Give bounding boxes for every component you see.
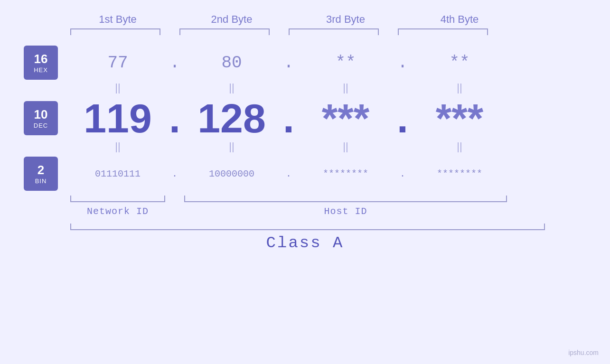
hex-dot1: . — [165, 53, 184, 73]
byte2-header: 2nd Byte — [184, 13, 279, 26]
bin-badge: 2 BIN — [24, 157, 58, 191]
bin-byte4: ******** — [412, 168, 507, 179]
eq1-1: || — [70, 82, 165, 94]
class-a-row: Class A — [0, 234, 610, 252]
eq2-3: || — [298, 140, 393, 153]
hex-byte4: ** — [412, 53, 507, 73]
byte4-header: 4th Byte — [412, 13, 507, 26]
bracket-network-id — [70, 196, 165, 202]
bracket-host-id — [184, 196, 507, 202]
hex-dot2: . — [279, 53, 298, 73]
watermark: ipshu.com — [568, 349, 599, 356]
bin-dot1: . — [165, 168, 184, 179]
dec-row: 10 DEC 119 . 128 . *** . *** — [0, 98, 610, 139]
bin-byte1: 01110111 — [70, 168, 165, 179]
bottom-brackets-row — [0, 196, 610, 202]
hex-badge-num: 16 — [34, 52, 48, 66]
equals-row-2: || || || || — [0, 140, 610, 153]
byte-headers-row: 1st Byte 2nd Byte 3rd Byte 4th Byte — [0, 0, 610, 26]
hex-byte1: 77 — [70, 53, 165, 73]
hex-badge: 16 HEX — [24, 46, 58, 80]
bracket-byte4-top — [398, 28, 488, 35]
dec-badge-label: DEC — [34, 122, 48, 129]
dec-dot3: . — [393, 98, 412, 139]
host-id-label: Host ID — [184, 206, 507, 217]
byte1-header: 1st Byte — [70, 13, 165, 26]
dec-byte4: *** — [412, 98, 507, 139]
bin-row: 2 BIN 01110111 . 10000000 . ******** . *… — [0, 157, 610, 191]
top-brackets-row — [0, 28, 610, 35]
bracket-class-a — [70, 224, 545, 230]
bin-dot3: . — [393, 168, 412, 179]
equals-row-1: || || || || — [0, 82, 610, 94]
dec-badge: 10 DEC — [24, 101, 58, 135]
dec-dot1: . — [165, 98, 184, 139]
bin-badge-label: BIN — [35, 177, 47, 185]
hex-byte2: 80 — [184, 53, 279, 73]
bin-byte2: 10000000 — [184, 168, 279, 179]
eq2-4: || — [412, 140, 507, 153]
bracket-byte2-top — [179, 28, 270, 35]
eq1-4: || — [412, 82, 507, 94]
eq2-1: || — [70, 140, 165, 153]
network-id-label: Network ID — [70, 206, 165, 217]
byte3-header: 3rd Byte — [298, 13, 393, 26]
eq1-3: || — [298, 82, 393, 94]
bracket-byte3-top — [289, 28, 379, 35]
bin-dot2: . — [279, 168, 298, 179]
id-labels-row: Network ID Host ID — [0, 206, 610, 217]
class-bracket-row — [0, 224, 610, 230]
eq2-2: || — [184, 140, 279, 153]
hex-badge-label: HEX — [34, 66, 48, 74]
bracket-byte1-top — [70, 28, 160, 35]
main-layout: 1st Byte 2nd Byte 3rd Byte 4th Byte 16 H… — [0, 0, 610, 364]
dec-byte1: 119 — [70, 98, 165, 139]
hex-dot3: . — [393, 53, 412, 73]
bin-badge-num: 2 — [38, 163, 44, 177]
dec-byte3: *** — [298, 98, 393, 139]
dec-badge-num: 10 — [34, 107, 48, 122]
bin-byte3: ******** — [298, 168, 393, 179]
dec-dot2: . — [279, 98, 298, 139]
eq1-2: || — [184, 82, 279, 94]
dec-byte2: 128 — [184, 98, 279, 139]
hex-row: 16 HEX 77 . 80 . ** . ** — [0, 46, 610, 80]
hex-byte3: ** — [298, 53, 393, 73]
class-a-label: Class A — [266, 234, 344, 252]
